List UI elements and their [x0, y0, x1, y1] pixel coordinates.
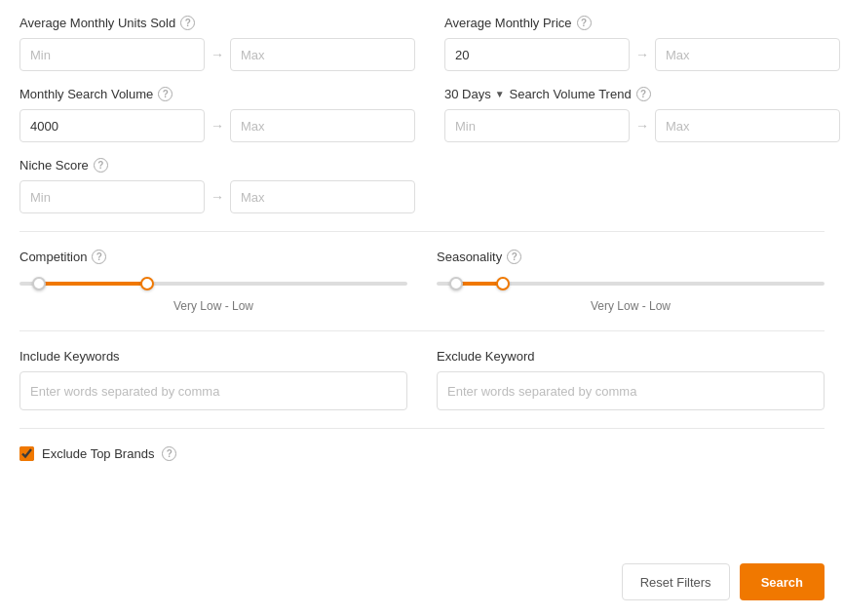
avg-monthly-units-max[interactable]	[230, 38, 415, 71]
trend-dropdown-caret-icon: ▼	[495, 89, 505, 99]
search-volume-trend-max[interactable]	[655, 109, 840, 142]
niche-score-group: Niche Score ? →	[19, 158, 415, 213]
avg-monthly-units-text: Average Monthly Units Sold	[19, 16, 175, 30]
search-volume-trend-group: 30 Days ▼ Search Volume Trend ? →	[444, 87, 840, 142]
avg-monthly-price-label: Average Monthly Price ?	[444, 16, 840, 30]
seasonality-thumb-right[interactable]	[496, 277, 510, 290]
exclude-top-brands-checkbox[interactable]	[19, 446, 34, 461]
monthly-search-volume-min[interactable]	[19, 109, 205, 142]
search-vol-arrow-sep: →	[211, 118, 224, 134]
exclude-top-brands-row: Exclude Top Brands ?	[19, 446, 825, 461]
seasonality-slider-group: Seasonality ? Very Low - Low	[437, 250, 825, 313]
niche-score-help-icon[interactable]: ?	[94, 158, 108, 173]
search-volume-trend-text: Search Volume Trend	[510, 87, 632, 101]
trend-dropdown-text: 30 Days	[444, 87, 491, 101]
include-keywords-label: Include Keywords	[19, 349, 407, 364]
avg-monthly-price-help-icon[interactable]: ?	[577, 16, 592, 30]
avg-monthly-units-inputs: →	[19, 38, 415, 71]
exclude-keyword-input[interactable]	[437, 371, 825, 410]
niche-score-max[interactable]	[230, 180, 415, 213]
monthly-search-volume-max[interactable]	[230, 109, 415, 142]
exclude-top-brands-help-icon[interactable]: ?	[162, 446, 176, 461]
units-arrow-sep: →	[211, 47, 224, 62]
competition-track	[19, 282, 407, 286]
bottom-actions: Reset Filters Search	[622, 563, 825, 600]
avg-monthly-price-inputs: →	[444, 38, 840, 71]
competition-text: Competition	[19, 250, 87, 264]
monthly-search-volume-inputs: →	[19, 109, 415, 142]
niche-arrow-sep: →	[211, 189, 224, 205]
seasonality-value-label: Very Low - Low	[437, 299, 825, 313]
avg-monthly-price-group: Average Monthly Price ? →	[444, 16, 840, 71]
avg-monthly-units-min[interactable]	[19, 38, 205, 71]
exclude-keyword-label: Exclude Keyword	[437, 349, 825, 364]
niche-score-inputs: →	[19, 180, 415, 213]
monthly-search-volume-text: Monthly Search Volume	[19, 87, 153, 101]
sliders-row: Competition ? Very Low - Low Seasonality…	[19, 250, 825, 313]
competition-slider[interactable]	[19, 274, 407, 293]
monthly-search-volume-help-icon[interactable]: ?	[158, 87, 173, 101]
search-button[interactable]: Search	[740, 563, 825, 600]
seasonality-thumb-left[interactable]	[449, 277, 463, 290]
avg-monthly-price-max[interactable]	[655, 38, 840, 71]
include-keywords-group: Include Keywords	[19, 349, 407, 410]
avg-monthly-price-text: Average Monthly Price	[444, 16, 572, 30]
competition-fill	[39, 282, 147, 286]
trend-arrow-sep: →	[635, 118, 649, 134]
filter-panel: Average Monthly Units Sold ? → Average M…	[0, 0, 844, 616]
row-search-volume: Monthly Search Volume ? → 30 Days ▼ Sear…	[19, 87, 825, 142]
niche-score-label: Niche Score ?	[19, 158, 415, 173]
seasonality-help-icon[interactable]: ?	[507, 250, 521, 264]
competition-thumb-left[interactable]	[32, 277, 46, 290]
seasonality-slider[interactable]	[437, 274, 825, 293]
avg-monthly-units-help-icon[interactable]: ?	[180, 16, 195, 30]
keywords-row: Include Keywords Exclude Keyword	[19, 349, 825, 410]
price-arrow-sep: →	[635, 47, 649, 62]
monthly-search-volume-label: Monthly Search Volume ?	[19, 87, 415, 101]
seasonality-label: Seasonality ?	[437, 250, 825, 264]
competition-thumb-right[interactable]	[140, 277, 154, 290]
search-volume-trend-min[interactable]	[444, 109, 630, 142]
exclude-top-brands-label[interactable]: Exclude Top Brands	[42, 446, 154, 461]
divider-2	[19, 330, 825, 331]
avg-monthly-units-label: Average Monthly Units Sold ?	[19, 16, 415, 30]
niche-score-placeholder	[444, 158, 825, 213]
competition-slider-group: Competition ? Very Low - Low	[19, 250, 407, 313]
avg-monthly-units-group: Average Monthly Units Sold ? →	[19, 16, 415, 71]
competition-label: Competition ?	[19, 250, 407, 264]
divider-3	[19, 428, 825, 429]
seasonality-track	[437, 282, 825, 286]
competition-help-icon[interactable]: ?	[92, 250, 106, 264]
niche-score-text: Niche Score	[19, 158, 89, 173]
search-volume-trend-help-icon[interactable]: ?	[636, 87, 651, 101]
search-volume-trend-inputs: →	[444, 109, 840, 142]
competition-value-label: Very Low - Low	[19, 299, 407, 313]
row-niche-score: Niche Score ? →	[19, 158, 825, 213]
row-units-price: Average Monthly Units Sold ? → Average M…	[19, 16, 825, 71]
avg-monthly-price-min[interactable]	[444, 38, 630, 71]
divider-1	[19, 231, 825, 232]
search-volume-trend-dropdown[interactable]: 30 Days ▼	[444, 87, 505, 101]
include-keywords-input[interactable]	[19, 371, 407, 410]
niche-score-min[interactable]	[19, 180, 205, 213]
reset-filters-button[interactable]: Reset Filters	[622, 563, 730, 600]
seasonality-text: Seasonality	[437, 250, 502, 264]
exclude-keyword-group: Exclude Keyword	[437, 349, 825, 410]
monthly-search-volume-group: Monthly Search Volume ? →	[19, 87, 415, 142]
search-volume-trend-label: 30 Days ▼ Search Volume Trend ?	[444, 87, 840, 101]
